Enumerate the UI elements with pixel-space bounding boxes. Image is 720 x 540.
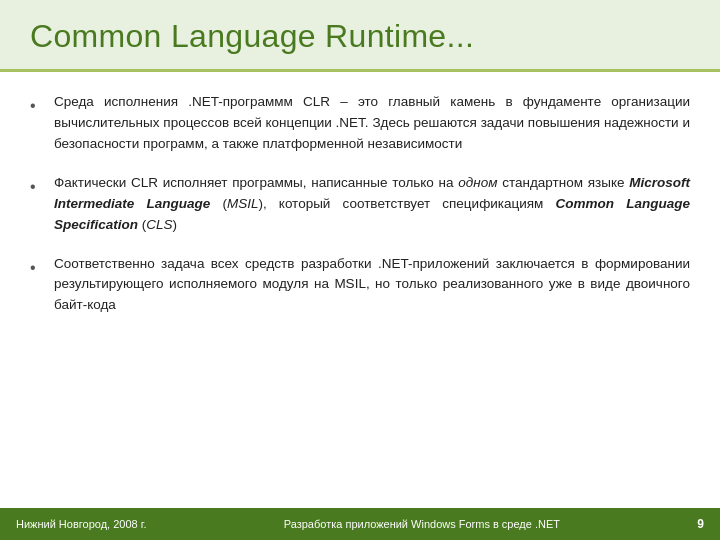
list-item: • Среда исполнения .NET-программм CLR – … xyxy=(30,92,690,155)
bullet-dot: • xyxy=(30,94,46,119)
bullet-dot: • xyxy=(30,175,46,200)
slide-footer: Нижний Новгород, 2008 г. Разработка прил… xyxy=(0,508,720,540)
bullet-text: Фактически CLR исполняет программы, напи… xyxy=(54,173,690,236)
slide-title: Common Language Runtime... xyxy=(30,18,474,54)
footer-title: Разработка приложений Windows Forms в ср… xyxy=(146,518,697,530)
content-area: • Среда исполнения .NET-программм CLR – … xyxy=(0,72,720,508)
footer-page-number: 9 xyxy=(697,517,704,531)
title-bar: Common Language Runtime... xyxy=(0,0,720,72)
italic-text: MSIL xyxy=(227,196,259,211)
list-item: • Соответственно задача всех средств раз… xyxy=(30,254,690,317)
bullet-list: • Среда исполнения .NET-программм CLR – … xyxy=(30,92,690,316)
footer-location: Нижний Новгород, 2008 г. xyxy=(16,518,146,530)
bullet-text: Среда исполнения .NET-программм CLR – эт… xyxy=(54,92,690,155)
slide: Common Language Runtime... • Среда испол… xyxy=(0,0,720,540)
italic-text: одном xyxy=(458,175,497,190)
bullet-dot: • xyxy=(30,256,46,281)
italic-text: CLS xyxy=(146,217,172,232)
bullet-text: Соответственно задача всех средств разра… xyxy=(54,254,690,317)
list-item: • Фактически CLR исполняет программы, на… xyxy=(30,173,690,236)
